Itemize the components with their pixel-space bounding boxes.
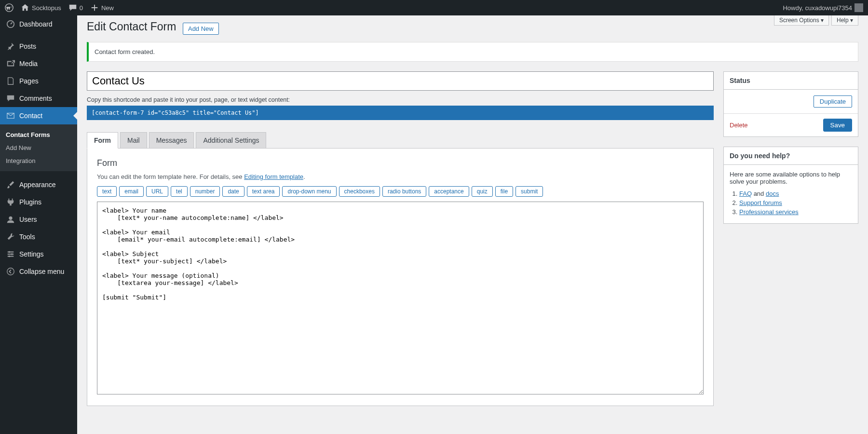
sliders-icon	[6, 249, 15, 259]
sidebar-item-plugins[interactable]: Plugins	[0, 193, 77, 211]
page-title: Edit Contact Form	[87, 20, 176, 33]
sidebar-item-dashboard[interactable]: Dashboard	[0, 15, 77, 33]
help-item-faq: FAQ and docs	[739, 190, 852, 197]
sidebar-item-users[interactable]: Users	[0, 211, 77, 228]
status-heading: Status	[724, 72, 858, 90]
topbar-left: Socktopus 0 New	[5, 3, 114, 12]
admin-sidebar: Dashboard Posts Media Pages Comments Con…	[0, 15, 77, 434]
sidebar-item-settings[interactable]: Settings	[0, 245, 77, 263]
shortcode-label: Copy this shortcode and paste it into yo…	[87, 96, 714, 103]
shortcode-box[interactable]: [contact-form-7 id="c53a8c5" title="Cont…	[87, 106, 714, 120]
admin-topbar: Socktopus 0 New Howdy, cuxadowupi7354	[0, 0, 868, 15]
envelope-icon	[6, 111, 15, 121]
tab-messages[interactable]: Messages	[149, 132, 194, 149]
help-box: Do you need help? Here are some availabl…	[723, 147, 858, 224]
tag-text[interactable]: text	[97, 186, 117, 197]
tag-url[interactable]: URL	[146, 186, 168, 197]
tag-textarea[interactable]: text area	[247, 186, 280, 197]
page-icon	[6, 76, 15, 86]
docs-link[interactable]: docs	[766, 190, 779, 197]
collapse-icon	[6, 267, 15, 276]
site-link[interactable]: Socktopus	[21, 3, 61, 12]
delete-link[interactable]: Delete	[730, 122, 748, 129]
tag-dropdown[interactable]: drop-down menu	[282, 186, 336, 197]
help-heading: Do you need help?	[724, 147, 858, 165]
wordpress-icon	[5, 3, 14, 12]
panel-heading: Form	[97, 158, 704, 168]
content-area: Screen Options ▾ Help ▾ Edit Contact For…	[77, 15, 868, 434]
form-template-editor[interactable]	[97, 202, 704, 394]
wp-logo[interactable]	[5, 3, 14, 12]
plus-icon	[90, 3, 99, 12]
save-button[interactable]: Save	[823, 119, 852, 132]
svg-point-4	[11, 253, 13, 255]
sidebar-item-comments[interactable]: Comments	[0, 90, 77, 107]
avatar	[854, 3, 863, 12]
add-new-button[interactable]: Add New	[183, 23, 219, 35]
sidebar-sub-contact-forms[interactable]: Contact Forms	[0, 128, 77, 141]
new-link[interactable]: New	[90, 3, 114, 12]
user-icon	[6, 215, 15, 224]
professional-link[interactable]: Professional services	[739, 208, 799, 216]
comment-icon	[6, 94, 15, 103]
svg-point-2	[9, 217, 12, 220]
editing-template-link[interactable]: Editing form template	[244, 173, 303, 180]
screen-controls: Screen Options ▾ Help ▾	[774, 15, 858, 26]
status-box: Status Duplicate Delete Save	[723, 71, 858, 137]
help-item-support: Support forums	[739, 199, 852, 206]
help-item-prof: Professional services	[739, 208, 852, 216]
support-link[interactable]: Support forums	[739, 199, 782, 206]
save-row: Delete Save	[724, 113, 858, 136]
home-icon	[21, 3, 29, 12]
tag-buttons: text email URL tel number date text area…	[97, 186, 704, 197]
tag-quiz[interactable]: quiz	[472, 186, 493, 197]
tag-file[interactable]: file	[495, 186, 513, 197]
comment-icon	[68, 3, 77, 12]
sidebar-item-contact[interactable]: Contact	[0, 107, 77, 124]
tag-submit[interactable]: submit	[515, 186, 543, 197]
sidebar-item-collapse[interactable]: Collapse menu	[0, 263, 77, 280]
sidebar-sub-add-new[interactable]: Add New	[0, 141, 77, 154]
main-column: Copy this shortcode and paste it into yo…	[87, 71, 714, 406]
help-list: FAQ and docs Support forums Professional…	[739, 190, 852, 216]
tab-additional-settings[interactable]: Additional Settings	[196, 132, 266, 149]
sidebar-item-media[interactable]: Media	[0, 55, 77, 72]
sidebar-sub-integration[interactable]: Integration	[0, 154, 77, 167]
brush-icon	[6, 180, 15, 190]
pin-icon	[6, 41, 15, 51]
tab-mail[interactable]: Mail	[120, 132, 147, 149]
sidebar-item-tools[interactable]: Tools	[0, 228, 77, 245]
sidebar-item-posts[interactable]: Posts	[0, 38, 77, 55]
help-button[interactable]: Help ▾	[831, 15, 858, 26]
tag-tel[interactable]: tel	[171, 186, 188, 197]
duplicate-button[interactable]: Duplicate	[814, 95, 852, 108]
tag-acceptance[interactable]: acceptance	[429, 186, 469, 197]
svg-point-3	[9, 251, 11, 253]
tab-form[interactable]: Form	[87, 132, 118, 149]
faq-link[interactable]: FAQ	[739, 190, 752, 197]
screen-options-button[interactable]: Screen Options ▾	[774, 15, 829, 26]
comments-link[interactable]: 0	[68, 3, 83, 12]
wrench-icon	[6, 232, 15, 242]
form-title-input[interactable]	[87, 71, 714, 91]
topbar-right: Howdy, cuxadowupi7354	[783, 3, 863, 12]
side-column: Status Duplicate Delete Save Do you need…	[723, 71, 858, 406]
account-link[interactable]: Howdy, cuxadowupi7354	[783, 3, 863, 12]
tag-radio[interactable]: radio buttons	[382, 186, 426, 197]
dashboard-icon	[6, 19, 15, 29]
sidebar-item-pages[interactable]: Pages	[0, 72, 77, 90]
help-intro: Here are some available options to help …	[730, 171, 852, 185]
success-notice: Contact form created.	[87, 42, 858, 62]
sidebar-submenu: Contact Forms Add New Integration	[0, 124, 77, 171]
sidebar-item-appearance[interactable]: Appearance	[0, 176, 77, 193]
plug-icon	[6, 197, 15, 207]
media-icon	[6, 59, 15, 68]
tag-checkboxes[interactable]: checkboxes	[339, 186, 380, 197]
tag-email[interactable]: email	[119, 186, 144, 197]
tag-date[interactable]: date	[222, 186, 244, 197]
svg-point-5	[9, 256, 11, 258]
panel-description: You can edit the form template here. For…	[97, 173, 704, 180]
tag-number[interactable]: number	[190, 186, 220, 197]
svg-point-6	[7, 268, 14, 275]
form-panel: Form You can edit the form template here…	[87, 149, 714, 406]
